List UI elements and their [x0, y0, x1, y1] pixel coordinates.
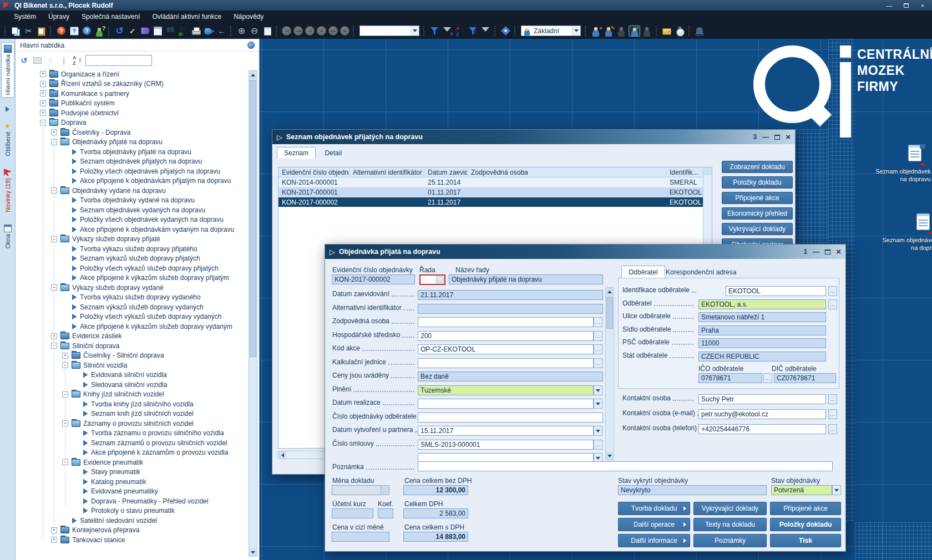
stopwatch-icon[interactable] [674, 26, 686, 37]
poznamka-field[interactable] [418, 461, 833, 471]
dropdown-button[interactable] [832, 485, 841, 495]
add-icon[interactable] [236, 26, 247, 37]
tree-item-silnicni-vozidla[interactable]: −Silniční vozidla [16, 360, 250, 370]
expand-toggle[interactable]: + [51, 537, 57, 543]
fields-scrollbar[interactable] [605, 287, 614, 460]
bell-icon[interactable] [694, 26, 706, 37]
help-form-icon[interactable] [68, 26, 80, 37]
expand-toggle[interactable]: + [62, 353, 68, 359]
tree-item-akce-pripojene-k-zaznamum-o-provozu-vozidla[interactable]: Akce připojené k záznamům o provozu vozi… [16, 448, 250, 458]
book-icon[interactable] [139, 26, 151, 37]
chevron-down-icon[interactable] [572, 26, 580, 35]
tree-item-seznam-knih-jizd-silnicnich-vozidel[interactable]: Seznam knih jízd silničních vozidel [16, 409, 250, 419]
nav-scrollbar[interactable] [249, 70, 257, 557]
user-gray-icon[interactable] [616, 26, 627, 37]
screen-icon[interactable] [32, 55, 42, 65]
refresh-icon[interactable] [114, 26, 125, 37]
profile-combo[interactable]: Základní [521, 26, 581, 36]
ellipsis-button[interactable]: ... [594, 358, 602, 368]
user-edit-icon[interactable] [603, 26, 615, 37]
help-red-icon[interactable] [55, 26, 67, 37]
ellipsis-button[interactable]: ... [828, 394, 837, 404]
kontaktni-osoba-e-mail-field[interactable]: petr.suchy@ekotool.cz [698, 409, 826, 419]
tree-item-evidence-pneumatik[interactable]: −Evidence pneumatik [16, 457, 250, 467]
filter-sort-icon[interactable] [467, 26, 479, 37]
minimize-button[interactable]: — [813, 248, 819, 256]
tree-item-doprava[interactable]: −Doprava [16, 118, 250, 128]
tree-item-doprava-pneumatiky-prehled-vozidel[interactable]: Doprava - Pneumatiky - Přehled vozidel [16, 496, 250, 506]
minimize-button[interactable]: — [762, 133, 769, 141]
scroll-left-icon[interactable] [278, 451, 286, 459]
db-export-icon[interactable] [203, 26, 215, 37]
tree-item-tankovaci-stanice[interactable]: +Tankovací stanice [16, 535, 250, 545]
tree-item-akce-pripojene-k-vykazum-sluzeb-dopravy-prijatym[interactable]: Akce připojené k výkazům služeb dopravy … [16, 273, 250, 283]
nav-last-icon[interactable]: ▶| [340, 26, 350, 35]
tree-item-stavy-pneumatik[interactable]: Stavy pneumatik [16, 467, 250, 477]
scroll-down-icon[interactable] [606, 452, 614, 460]
confirm-icon[interactable] [126, 26, 138, 37]
tab-seznam[interactable]: Seznam [277, 147, 316, 159]
column-header-zodpovedna-osoba[interactable]: Zodpovědná osoba [468, 167, 666, 177]
settings-icon[interactable] [500, 26, 511, 37]
maximize-button[interactable] [825, 250, 830, 254]
dic-field[interactable]: CZ07678671 [774, 373, 836, 383]
tree-item-seznam-objednavek-vydanych-na-dopravu[interactable]: Seznam objednávek vydaných na dopravu [16, 205, 250, 215]
tvorba-dokladu-button[interactable]: Tvorba dokladu [618, 502, 690, 515]
expand-toggle[interactable]: − [51, 284, 57, 291]
tree-item-objednavky-vydane-na-dopravu[interactable]: −Objednávky vydané na dopravu [16, 186, 250, 196]
rada-field[interactable]: ... [419, 274, 445, 285]
user-check-icon[interactable] [629, 26, 640, 37]
tree-item-seznam-vykazu-sluzeb-dopravy-prijatych[interactable]: Seznam výkazů služeb dopravy přijatých [16, 254, 250, 264]
print-icon[interactable] [190, 26, 202, 37]
odberatel-field[interactable]: EKOTOOL, a.s. [698, 299, 826, 309]
tree-item-evidovana-silnicni-vozidla[interactable]: Evidovaná silniční vozidla [16, 370, 250, 380]
cislo-objednavky-odberatele-field[interactable] [418, 413, 603, 422]
ellipsis-button[interactable]: ... [594, 331, 602, 341]
tree-item-knihy-jizd-silnicnich-vozidel[interactable]: −Knihy jízd silničních vozidel [16, 390, 250, 400]
sidebar-tab-novinky-19[interactable]: Novinky (19) [1, 166, 14, 215]
tree-item-protokoly-o-stavu-pneumatik[interactable]: Protokoly o stavu pneumatik [16, 506, 250, 516]
texty-na-dokladu-button[interactable]: Texty na dokladu [693, 518, 767, 531]
nazev-rady-field[interactable]: Objednávky přijaté na dopravu [449, 274, 603, 284]
filter-cancel-icon[interactable] [442, 26, 453, 37]
ellipsis-button[interactable]: ... [828, 424, 837, 434]
favorite-star-icon[interactable]: ☆ [45, 55, 55, 65]
tree-item-akce-pripojene-k-objednavkam-prijatym-na-dopravu[interactable]: Akce připojené k objednávkám přijatým na… [16, 176, 250, 186]
scroll-up-icon[interactable] [606, 288, 614, 296]
expand-toggle[interactable]: − [51, 343, 57, 349]
ulice-odberatele-field[interactable]: Smetanovo nábřeží 1 [698, 312, 826, 322]
tree-item-komunikace-s-partnery[interactable]: +Komunikace s partnery [16, 89, 250, 99]
tree-item-tvorba-vykazu-sluzeb-dopravy-vydaneho[interactable]: Tvorba výkazu služeb dopravy vydaného [16, 293, 250, 303]
list-dialog-titlebar[interactable]: ▷ Seznam objednávek přijatých na dopravu… [272, 130, 795, 144]
polozky-dokladu-button[interactable]: Položky dokladu [770, 518, 841, 531]
expand-toggle[interactable]: − [51, 187, 57, 194]
user-disabled-icon[interactable] [641, 26, 653, 37]
datum-zaevidovani-field[interactable]: 21.11.2017 [418, 290, 603, 300]
tree-item-tvorba-knihy-jizd-silnicniho-vozidla[interactable]: Tvorba knihy jízd silničního vozidla [16, 399, 250, 409]
expand-toggle[interactable]: + [40, 90, 46, 96]
close-button[interactable]: × [836, 249, 841, 254]
kod-akce-field[interactable]: OP-CZ-EKOTOOL [418, 344, 594, 354]
tree-item-polozky-vsech-vykazu-sluzeb-dopravy-prijatych[interactable]: Položky všech výkazů služeb dopravy přij… [16, 263, 250, 273]
tree-item-polozky-vsech-objednavek-prijatych-na-dopravu[interactable]: Položky všech objednávek přijatých na do… [16, 166, 250, 176]
scrollbar-thumb[interactable] [250, 80, 256, 357]
collapse-arrow-icon[interactable] [6, 106, 9, 112]
desktop-icon-seznam-objednavek-vydanych-na-dopr[interactable]: Seznam objednávek vydaných na dopr... [882, 213, 932, 252]
column-header-evidencni-cislo-objednavky[interactable]: Evidenční číslo objednávky [278, 167, 350, 177]
tree-item-podvojne-ucetnictvi[interactable]: +Podvojné účetnictví [16, 108, 250, 118]
filter-sort-cancel-icon[interactable] [480, 26, 492, 37]
scroll-up-icon[interactable] [249, 71, 257, 79]
ellipsis-button[interactable]: ... [594, 440, 602, 450]
psc-odberatele-field[interactable]: 11000 [698, 338, 826, 348]
vykryvajici-doklady-button[interactable]: Vykrývající doklady [722, 223, 793, 235]
tree-item-kontejnerova-preprava[interactable]: +Kontejnerová přeprava [16, 526, 250, 536]
find-icon[interactable] [165, 26, 176, 37]
kontaktni-osoba-telefon-field[interactable]: +420254446776 [698, 424, 826, 434]
tree-item-akce-pripojene-k-objednavkam-vydanym-na-dopravu[interactable]: Akce připojené k objednávkám vydaným na … [16, 225, 250, 235]
tab-detail[interactable]: Detail [317, 147, 349, 159]
datum-realizace-field[interactable] [418, 399, 594, 409]
ucetni-kurz-field[interactable] [332, 508, 373, 518]
expand-toggle[interactable]: + [51, 129, 57, 135]
sidebar-tab-okna[interactable]: Okna [1, 222, 14, 251]
ellipsis-button[interactable]: ... [594, 344, 602, 354]
